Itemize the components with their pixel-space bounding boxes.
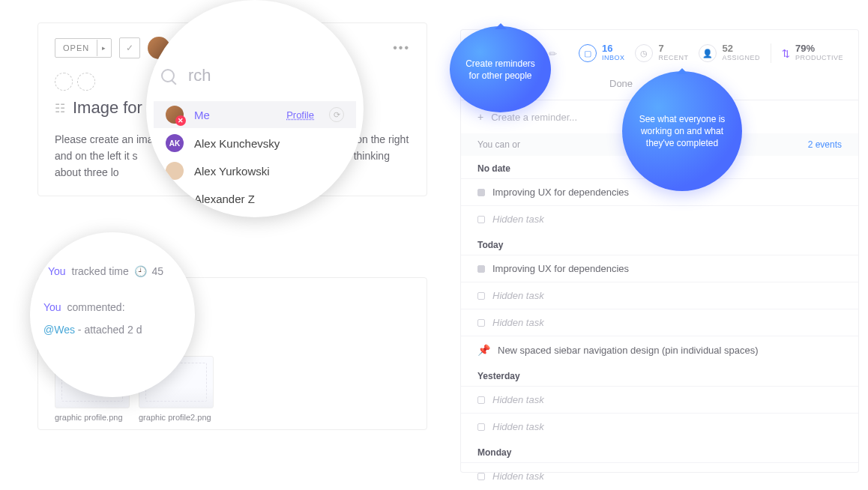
task-row[interactable]: Hidden task — [461, 462, 858, 489]
attachment-filename: graphic profile2.png — [139, 413, 214, 422]
sync-icon[interactable]: ⟳ — [329, 107, 344, 122]
task-row[interactable]: Hidden task — [461, 282, 858, 309]
more-icon[interactable]: ••• — [393, 41, 410, 55]
section-head: Today — [461, 232, 858, 255]
search-icon[interactable] — [161, 69, 175, 82]
section-head: Yesterday — [461, 363, 858, 386]
task-row[interactable]: Hidden task — [461, 309, 858, 336]
result-label: Alex Yurkowski — [194, 165, 270, 178]
task-row[interactable]: Hidden task — [461, 205, 858, 232]
profile-link[interactable]: Profile — [286, 109, 314, 121]
checkbox-icon[interactable] — [477, 292, 485, 300]
avatar: ✕ — [166, 106, 184, 124]
inbox-stat[interactable]: ▢ 16INBOX — [579, 44, 625, 62]
person-icon: 👤 — [699, 44, 717, 62]
assigned-stat[interactable]: 👤 52ASSIGNED — [699, 44, 760, 62]
task-title[interactable]: Image for P — [73, 98, 158, 118]
plus-icon: + — [477, 111, 483, 123]
search-result[interactable]: Alex Yurkowski — [154, 157, 356, 184]
search-placeholder-fragment[interactable]: rch — [188, 66, 211, 85]
checkbox-icon[interactable] — [477, 473, 485, 480]
divider — [771, 43, 771, 63]
task-text: Hidden task — [492, 214, 544, 225]
commented-line: You commented: — [43, 301, 125, 313]
task-sections: No dateImproving UX for dependenciesHidd… — [461, 156, 858, 489]
comment-body: @Wes - attached 2 d — [43, 324, 142, 336]
tooltip-see-activity: See what everyone is working on and what… — [622, 71, 742, 191]
inbox-icon: ▢ — [579, 44, 597, 62]
checkbox-icon[interactable] — [477, 396, 485, 404]
clock-icon: ◷ — [635, 44, 653, 62]
open-status-button[interactable]: OPEN ▸ — [55, 38, 112, 58]
tab-done[interactable]: Done — [609, 70, 633, 100]
task-row[interactable]: Hidden task — [461, 386, 858, 413]
task-text: Hidden task — [492, 471, 544, 482]
search-result[interactable]: AK Alex Kunchevsky — [154, 130, 356, 157]
complete-button[interactable]: ✓ — [119, 37, 140, 58]
task-row[interactable]: 📌New spaced siebar navigation design (pi… — [461, 336, 858, 363]
search-result-me[interactable]: ✕ Me Profile ⟳ — [154, 101, 356, 128]
checkbox-icon[interactable] — [477, 423, 485, 431]
task-row[interactable]: Hidden task — [461, 413, 858, 440]
task-text: Hidden task — [492, 290, 544, 301]
search-zoom-bubble: rch ✕ Me Profile ⟳ AK Alex Kunchevsky Al… — [146, 0, 364, 217]
remove-badge-icon[interactable]: ✕ — [175, 115, 186, 126]
result-label: Me — [194, 109, 210, 121]
tracked-time-line: You tracked time 🕘 45 — [48, 265, 163, 277]
task-text: Improving UX for dependencies — [492, 187, 629, 198]
result-label: Alex Kunchevsky — [194, 137, 280, 150]
result-label: Alexander Z — [194, 193, 255, 205]
caret-icon[interactable]: ▸ — [97, 40, 111, 56]
checkbox-icon[interactable] — [477, 189, 485, 196]
stats-row: ▢ 16INBOX ◷ 7RECENT 👤 52ASSIGNED ⇅ 79%PR… — [579, 43, 843, 63]
productive-icon: ⇅ — [782, 48, 790, 59]
attachment-filename: graphic profile.png — [55, 413, 130, 422]
subtask-icon: ☷ — [55, 101, 65, 115]
recent-stat[interactable]: ◷ 7RECENT — [635, 44, 688, 62]
add-tag-button[interactable] — [55, 73, 73, 91]
task-row[interactable]: Improving UX for dependencies — [461, 255, 858, 282]
task-text: Hidden task — [492, 394, 544, 405]
tooltip-create-reminders: Create reminders for other people — [450, 26, 551, 112]
create-placeholder: Create a reminder... — [491, 112, 577, 123]
search-result[interactable]: AZ Alexander Z — [154, 185, 356, 212]
search-header: rch — [161, 66, 211, 85]
checkbox-icon[interactable] — [477, 216, 485, 223]
productive-stat[interactable]: ⇅ 79%PRODUCTIVE — [782, 44, 843, 62]
task-text: Improving UX for dependencies — [492, 263, 629, 274]
task-text: Hidden task — [492, 317, 544, 328]
checkbox-icon[interactable] — [477, 265, 485, 273]
add-tag-button[interactable] — [77, 73, 95, 91]
events-link[interactable]: 2 events — [808, 139, 842, 150]
mention[interactable]: @Wes — [43, 324, 75, 336]
task-text: Hidden task — [492, 421, 544, 432]
section-head: Monday — [461, 440, 858, 462]
checkbox-icon[interactable] — [477, 319, 485, 327]
avatar-initials: AK — [166, 134, 184, 152]
clock-icon: 🕘 — [134, 265, 147, 277]
task-text: New spaced siebar navigation design (pin… — [498, 345, 759, 356]
open-label: OPEN — [55, 39, 97, 57]
activity-zoom-bubble: You tracked time 🕘 45 You commented: @We… — [30, 232, 195, 397]
pin-icon: 📌 — [477, 344, 490, 356]
